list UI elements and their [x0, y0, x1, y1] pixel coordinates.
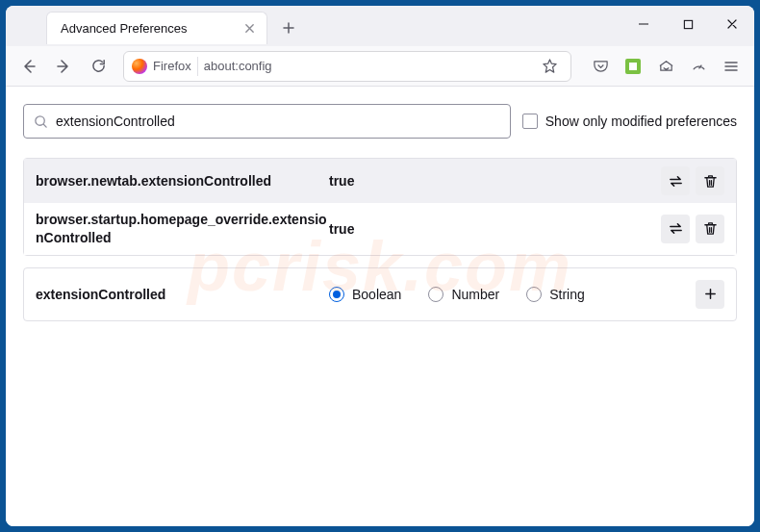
radio-label: Boolean [352, 287, 401, 302]
radio-number[interactable]: Number [428, 287, 499, 302]
minimize-icon [638, 18, 649, 30]
performance-button[interactable] [683, 51, 714, 82]
close-icon [726, 18, 738, 30]
add-pref-row: extensionControlled Boolean Number Strin… [23, 267, 737, 321]
forward-button[interactable] [48, 51, 79, 82]
delete-button[interactable] [696, 215, 724, 243]
url-bar[interactable]: Firefox about:config [123, 51, 571, 82]
show-modified-checkbox[interactable]: Show only modified preferences [522, 114, 737, 129]
svg-rect-2 [629, 63, 637, 70]
radio-boolean[interactable]: Boolean [329, 287, 401, 302]
checkbox-label: Show only modified preferences [545, 114, 737, 129]
gauge-icon [691, 58, 707, 74]
search-box[interactable] [23, 104, 511, 139]
pref-value: true [329, 221, 661, 237]
plus-icon [282, 21, 295, 35]
radio-icon [428, 287, 443, 302]
star-icon [542, 58, 558, 74]
radio-icon [526, 287, 542, 302]
account-button[interactable] [650, 51, 681, 82]
plus-icon [703, 287, 718, 301]
back-button[interactable] [13, 51, 44, 82]
window-controls [621, 6, 754, 42]
toggle-button[interactable] [661, 166, 690, 195]
toolbar: Firefox about:config [6, 46, 754, 87]
pref-value: true [329, 173, 661, 189]
minimize-button[interactable] [621, 6, 666, 42]
extension-button[interactable] [618, 51, 648, 82]
maximize-icon [683, 19, 694, 30]
add-pref-name: extensionControlled [36, 287, 329, 302]
new-tab-button[interactable] [275, 14, 302, 41]
pref-name: browser.newtab.extensionControlled [36, 172, 329, 190]
svg-rect-0 [684, 20, 692, 28]
browser-window: Advanced Preferences [6, 6, 754, 526]
tab-strip: Advanced Preferences [6, 6, 754, 46]
trash-icon [703, 174, 718, 189]
radio-label: String [549, 287, 585, 302]
prefs-table: browser.newtab.extensionControlled true … [23, 158, 737, 256]
pocket-button[interactable] [585, 51, 616, 82]
toolbar-right [585, 51, 747, 82]
toggle-button[interactable] [661, 215, 690, 243]
delete-button[interactable] [696, 166, 724, 195]
search-row: Show only modified preferences [23, 104, 737, 139]
mail-icon [658, 58, 674, 74]
type-options: Boolean Number String [329, 287, 696, 302]
firefox-logo-icon [132, 59, 147, 74]
identity-box[interactable]: Firefox [130, 57, 198, 76]
radio-label: Number [451, 287, 499, 302]
identity-label: Firefox [153, 59, 191, 73]
close-tab-button[interactable] [243, 22, 257, 36]
pref-row: browser.newtab.extensionControlled true [24, 159, 736, 203]
close-icon [244, 23, 255, 34]
trash-icon [703, 221, 718, 236]
pref-name: browser.startup.homepage_override.extens… [36, 211, 329, 247]
radio-string[interactable]: String [526, 287, 585, 302]
reload-button[interactable] [83, 51, 114, 82]
svg-point-3 [36, 115, 44, 124]
checkbox-icon [522, 114, 538, 129]
arrow-right-icon [55, 58, 72, 75]
bookmark-star-button[interactable] [534, 51, 565, 82]
search-icon [34, 114, 48, 129]
hamburger-icon [723, 59, 739, 74]
pref-row: browser.startup.homepage_override.extens… [24, 203, 736, 255]
arrow-left-icon [20, 58, 38, 75]
swap-icon [668, 220, 684, 237]
close-window-button[interactable] [710, 6, 754, 42]
pocket-icon [593, 58, 609, 74]
reload-icon [90, 58, 107, 74]
about-config-content: Show only modified preferences browser.n… [6, 87, 754, 526]
search-input[interactable] [56, 114, 500, 129]
puzzle-icon [625, 59, 641, 74]
maximize-button[interactable] [666, 6, 710, 42]
radio-icon [329, 287, 344, 302]
app-menu-button[interactable] [716, 51, 747, 82]
url-text: about:config [204, 59, 528, 73]
add-button[interactable] [696, 280, 724, 309]
swap-icon [668, 173, 684, 190]
tab-active[interactable]: Advanced Preferences [46, 12, 267, 44]
tab-title: Advanced Preferences [61, 21, 188, 36]
